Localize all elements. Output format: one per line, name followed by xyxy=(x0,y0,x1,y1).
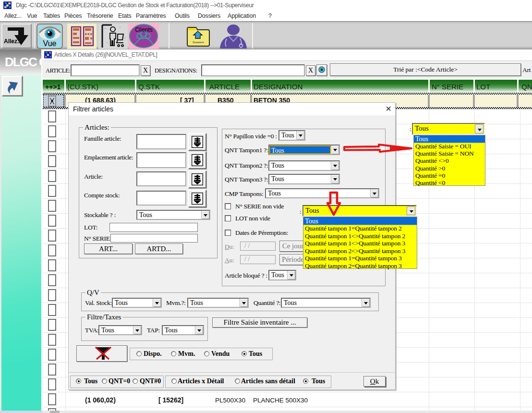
svg-text:Dossiers: Dossiers xyxy=(193,41,204,44)
